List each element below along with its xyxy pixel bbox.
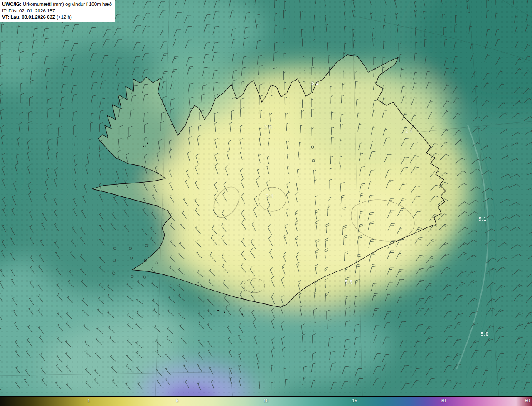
contour-label: 5.1 xyxy=(478,216,486,222)
weather-map-page: 5.25.15.65.82.85.42.4 UWC/IG: Úrkomumætt… xyxy=(0,0,532,406)
colorbar-tick-label: 10 xyxy=(264,399,268,403)
contour-label: 2.4 xyxy=(405,128,413,134)
weather-map-canvas: 5.25.15.65.82.85.42.4 xyxy=(0,0,532,396)
init-time-line: IT: Fös. 02. 01. 2026 15Z xyxy=(2,8,112,15)
colorbar-tick-label: 5 xyxy=(176,399,179,403)
valid-time: VT: Lau. 03.01.2026 03Z xyxy=(2,15,55,20)
contour-label: 5.4 xyxy=(265,193,273,199)
map-title-box: UWC/IG: Úrkomumætti (mm) og vindur í 100… xyxy=(0,0,115,22)
contour-label: 2.8 xyxy=(264,125,272,130)
init-time: IT: Fös. 02. 01. 2026 15Z xyxy=(2,8,55,13)
colorbar: 1510153050 xyxy=(0,396,532,406)
valid-offset: (+12 h) xyxy=(55,15,72,20)
colorbar-tick-label: 1 xyxy=(87,399,90,403)
title-text: Úrkomumætti (mm) og vindur í 100m hæð xyxy=(22,2,112,7)
model-name: UWC/IG: xyxy=(2,2,22,7)
colorbar-tick-label: 50 xyxy=(525,399,530,403)
title-line: UWC/IG: Úrkomumætti (mm) og vindur í 100… xyxy=(2,1,112,8)
colorbar-tick-label: 15 xyxy=(352,399,357,403)
contour-label: 5.8 xyxy=(480,331,488,337)
colorbar-tick-label: 30 xyxy=(441,399,446,403)
contour-label: 5.6 xyxy=(344,279,352,285)
valid-time-line: VT: Lau. 03.01.2026 03Z (+12 h) xyxy=(2,14,112,21)
contour-label: 5.2 xyxy=(311,80,319,86)
